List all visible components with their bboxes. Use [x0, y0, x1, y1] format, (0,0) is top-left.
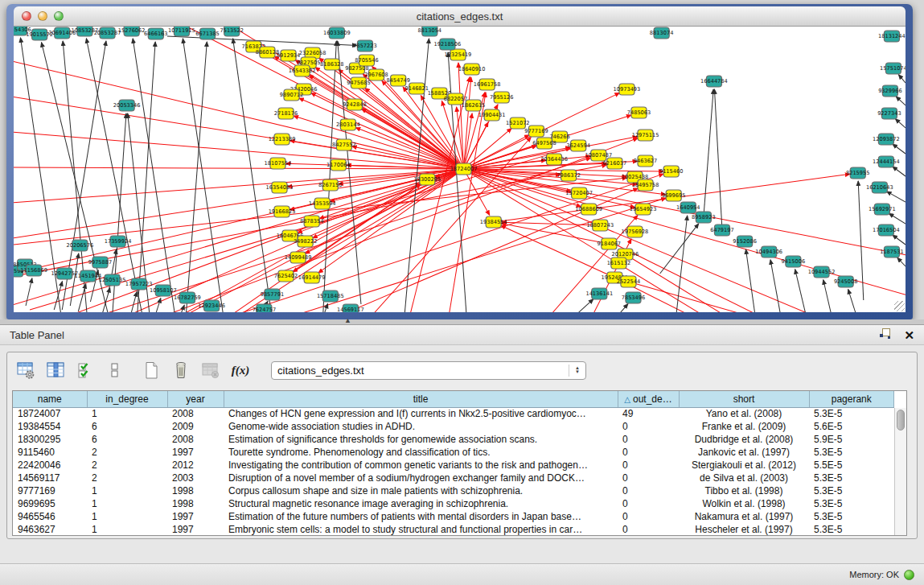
create-column-button[interactable]	[139, 359, 163, 381]
graph-edge[interactable]	[573, 299, 593, 312]
cell-name[interactable]: 9465546	[13, 510, 87, 523]
graph-edge[interactable]	[14, 131, 464, 169]
graph-node[interactable]: 12213389	[269, 134, 296, 145]
cell-year[interactable]: 1998	[167, 484, 224, 497]
graph-node[interactable]: 1187531	[880, 246, 904, 257]
cell-year[interactable]: 2008	[167, 433, 224, 446]
graph-edge[interactable]	[131, 292, 137, 312]
graph-edge[interactable]	[745, 249, 755, 312]
cell-pagerank[interactable]: 5.5E-5	[809, 459, 894, 472]
cell-out_degree[interactable]: 49	[618, 407, 679, 420]
minimize-button[interactable]	[38, 11, 47, 21]
graph-node[interactable]: 10958107	[150, 285, 177, 296]
graph-node[interactable]: 15692971	[869, 204, 896, 215]
graph-node[interactable]: 9699695	[662, 190, 686, 201]
column-header-year[interactable]: year	[167, 391, 224, 407]
graph-node[interactable]: 9857791	[261, 289, 285, 300]
graph-node[interactable]: 16644784	[700, 76, 728, 87]
cell-short[interactable]: Jankovic et al. (1997)	[679, 446, 809, 459]
cell-out_degree[interactable]: 0	[618, 484, 679, 497]
cell-short[interactable]: Stergiakouli et al. (2012)	[679, 459, 809, 472]
column-header-name[interactable]: name	[13, 391, 87, 407]
graph-edge[interactable]	[714, 89, 722, 230]
scrollbar-thumb[interactable]	[897, 410, 905, 431]
graph-edge[interactable]	[625, 254, 729, 312]
cell-title[interactable]: Disruption of a novel member of a sodium…	[224, 472, 618, 484]
cell-name[interactable]: 9777169	[13, 484, 87, 497]
cell-pagerank[interactable]: 5.9E-5	[809, 433, 894, 446]
graph-node[interactable]: 8267150	[318, 179, 343, 191]
table-mode-button[interactable]	[14, 359, 38, 381]
function-builder-button[interactable]: f(x)	[228, 359, 253, 381]
cell-title[interactable]: Estimation of the future numbers of pati…	[224, 510, 618, 523]
graph-node[interactable]: 18807243	[586, 220, 614, 231]
graph-edge[interactable]	[299, 98, 464, 169]
cell-year[interactable]: 2008	[167, 407, 224, 420]
cell-name[interactable]: 19384554	[13, 420, 87, 433]
close-button[interactable]	[22, 11, 31, 21]
cell-in_degree[interactable]: 2	[87, 472, 167, 484]
show-columns-button[interactable]	[43, 359, 68, 381]
graph-node[interactable]: 9115460	[659, 166, 684, 177]
graph-node[interactable]: 8215955	[846, 167, 870, 179]
cell-name[interactable]: 22420046	[13, 459, 87, 472]
graph-edge[interactable]	[362, 109, 464, 169]
graph-node[interactable]: 19756928	[622, 226, 649, 237]
graph-node[interactable]: 15718485	[317, 290, 344, 302]
cell-short[interactable]: Tibbo et al. (1998)	[679, 484, 809, 497]
column-header-out_de[interactable]: △out_de…	[618, 391, 679, 407]
cell-title[interactable]: Genome-wide association studies in ADHD.	[224, 420, 618, 433]
graph-node[interactable]: 10494306	[755, 246, 782, 257]
graph-node[interactable]: 2718176	[274, 108, 298, 119]
cell-pagerank[interactable]: 5.3E-5	[809, 484, 894, 497]
close-panel-icon[interactable]: ✕	[904, 329, 914, 341]
cell-title[interactable]: Estimation of significance thresholds fo…	[224, 433, 618, 446]
graph-edge[interactable]	[889, 213, 906, 224]
graph-edge[interactable]	[464, 169, 635, 208]
cell-in_degree[interactable]: 6	[87, 420, 167, 433]
cell-name[interactable]: 9699695	[13, 497, 87, 510]
cell-title[interactable]: Corpus callosum shape and size in male p…	[224, 484, 618, 497]
graph-node[interactable]: 10711915	[168, 27, 195, 36]
graph-node[interactable]: 9227343	[877, 108, 901, 119]
cell-name[interactable]: 18724007	[13, 407, 87, 420]
cell-out_degree[interactable]: 0	[618, 446, 679, 459]
graph-edge[interactable]	[895, 119, 906, 128]
cell-pagerank[interactable]: 5.3E-5	[809, 523, 894, 536]
cell-short[interactable]: Yano et al. (2008)	[679, 407, 809, 420]
cell-year[interactable]: 1997	[167, 523, 224, 536]
graph-node[interactable]: 12505135	[99, 274, 126, 286]
graph-edge[interactable]	[848, 290, 859, 312]
graph-node[interactable]: 8813054	[418, 27, 442, 36]
cell-out_degree[interactable]: 0	[618, 472, 679, 484]
graph-node[interactable]: 7513522	[220, 27, 244, 36]
resize-grip-icon[interactable]	[894, 301, 905, 311]
graph-edge[interactable]	[893, 235, 906, 245]
graph-node[interactable]: 19654923	[630, 204, 657, 215]
graph-node[interactable]: 6479197	[710, 225, 734, 236]
graph-edge[interactable]	[660, 224, 699, 274]
graph-node[interactable]: 6466163	[144, 28, 168, 39]
graph-edge[interactable]	[770, 260, 781, 312]
graph-edge[interactable]	[893, 167, 906, 176]
cell-out_degree[interactable]: 0	[618, 420, 679, 433]
graph-node[interactable]: 16210643	[866, 182, 893, 193]
cell-pagerank[interactable]: 5.3E-5	[809, 472, 894, 484]
cell-short[interactable]: Hescheler et al. (1997)	[679, 523, 809, 536]
graph-edge[interactable]	[155, 299, 161, 312]
cell-in_degree[interactable]: 1	[87, 497, 167, 510]
cell-pagerank[interactable]: 5.3E-5	[809, 510, 894, 523]
graph-node[interactable]: 15276062	[118, 27, 146, 36]
graph-edge[interactable]	[70, 253, 78, 306]
cell-out_degree[interactable]: 0	[618, 459, 679, 472]
graph-edge[interactable]	[26, 278, 32, 306]
cell-in_degree[interactable]: 1	[87, 523, 167, 536]
graph-edge[interactable]	[795, 270, 807, 312]
graph-node[interactable]: 8813074	[650, 27, 674, 39]
splitter-grip-icon[interactable]: ▲	[344, 316, 351, 324]
graph-node[interactable]: 7853496	[622, 292, 646, 303]
graph-node[interactable]: 10973493	[614, 84, 641, 95]
cell-out_degree[interactable]: 0	[618, 510, 679, 523]
graph-node[interactable]: 1521072	[506, 117, 530, 129]
graph-node[interactable]: 18107554	[265, 158, 292, 169]
